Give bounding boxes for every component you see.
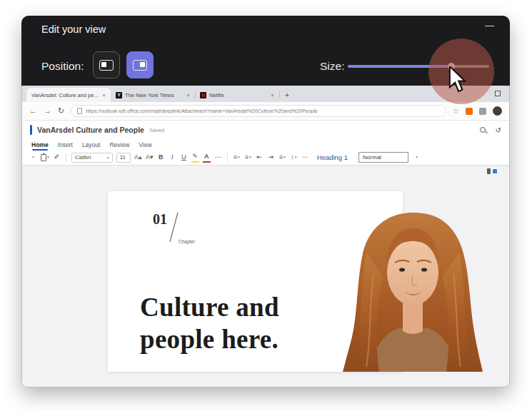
- heading-line-1: Culture and: [140, 291, 279, 323]
- browser-menu-icon[interactable]: [479, 108, 486, 115]
- outdent-button[interactable]: ⇤: [256, 152, 264, 163]
- numbered-list-button[interactable]: ≡▾: [233, 152, 241, 163]
- forward-icon[interactable]: →: [44, 107, 51, 115]
- ribbon-tabs: Home Insert Layout Review View: [22, 139, 509, 150]
- font-color-button[interactable]: A: [203, 152, 211, 163]
- woman-photo[interactable]: [323, 210, 503, 372]
- heading-line-2: people here.: [140, 323, 279, 355]
- font-name-value: Calibri: [75, 154, 91, 161]
- presence-indicator[interactable]: [487, 168, 498, 174]
- browser-addressbar: ← → ↻ https://outlook-sdf.office.com/mai…: [22, 102, 509, 121]
- new-tab-button[interactable]: +: [285, 91, 289, 99]
- collaborator-badge: [492, 168, 498, 174]
- chapter-number: 01: [153, 211, 167, 228]
- tab-view[interactable]: View: [139, 141, 151, 148]
- format-painter-button[interactable]: ✐: [53, 152, 61, 163]
- save-status: Saved: [149, 127, 164, 133]
- font-size-value: 11: [120, 154, 126, 161]
- shrink-font-button[interactable]: A▾: [146, 152, 154, 163]
- italic-button[interactable]: I: [169, 152, 176, 163]
- chapter-slash: [169, 213, 178, 243]
- position-left-icon: [99, 60, 114, 71]
- chapter-label: Chapter: [179, 239, 195, 244]
- tab-insert[interactable]: Insert: [58, 141, 73, 148]
- tab-title: VanArsdel: Culture and peo...: [31, 92, 99, 98]
- document-heading: Culture and people here.: [140, 291, 279, 355]
- tab-close-icon[interactable]: ×: [271, 92, 274, 98]
- font-size-select[interactable]: 11: [116, 153, 131, 163]
- paragraph-overflow-button[interactable]: ⋯: [301, 152, 309, 163]
- page-info-icon[interactable]: [77, 108, 82, 114]
- maximize-icon[interactable]: [495, 91, 501, 96]
- document-canvas: 01 Chapter Culture and people here.: [22, 166, 509, 387]
- style-gallery-chevron[interactable]: ▾: [413, 152, 421, 163]
- profile-avatar[interactable]: [493, 106, 502, 116]
- tab-close-icon[interactable]: ×: [102, 92, 106, 98]
- paste-button[interactable]: ▾: [41, 152, 49, 163]
- panel-title: Edit your view: [41, 24, 106, 35]
- netflix-favicon: N: [200, 92, 206, 98]
- position-right-icon: [133, 60, 147, 71]
- style-select[interactable]: Normal: [358, 152, 408, 163]
- collaborator-icon: [487, 168, 491, 174]
- bold-button[interactable]: B: [157, 152, 165, 163]
- minimize-button[interactable]: —: [485, 20, 494, 31]
- nyt-favicon: T: [116, 92, 122, 98]
- document-title[interactable]: VanArsdel Culture and People: [37, 126, 144, 134]
- highlight-button[interactable]: ✎: [191, 152, 199, 163]
- size-label: Size:: [320, 60, 344, 73]
- tab-review[interactable]: Review: [109, 141, 129, 148]
- clipboard-icon: [41, 154, 46, 161]
- url-text: https://outlook-sdf.office.com/mail/deep…: [86, 108, 440, 113]
- version-history-icon[interactable]: ↺: [496, 126, 501, 134]
- grow-font-button[interactable]: A▴: [134, 152, 142, 163]
- browser-window: VanArsdel: Culture and peo... × T The Ne…: [21, 86, 510, 387]
- tab-title: The New York Times: [125, 92, 184, 98]
- mouse-cursor: [448, 66, 470, 93]
- screen: Edit your view — Position: Size: VanArsd…: [0, 0, 532, 411]
- browser-tab-nyt[interactable]: T The New York Times ×: [111, 88, 195, 102]
- browser-tab-vanarsdel[interactable]: VanArsdel: Culture and peo... ×: [26, 88, 111, 102]
- bullet-list-button[interactable]: ≡▾: [244, 152, 252, 163]
- tab-home[interactable]: Home: [31, 141, 49, 148]
- line-spacing-button[interactable]: ↕▾: [290, 152, 298, 163]
- extension-icon[interactable]: [466, 108, 473, 115]
- position-left-button[interactable]: [93, 51, 120, 78]
- underline-button[interactable]: U: [180, 152, 188, 163]
- reload-icon[interactable]: ↻: [58, 107, 64, 115]
- tab-close-icon[interactable]: ×: [186, 92, 190, 98]
- back-icon[interactable]: ←: [29, 107, 37, 115]
- toolbar-overflow-button[interactable]: ⋯: [214, 152, 222, 163]
- ribbon-collapse-chevron[interactable]: ▾: [29, 152, 37, 163]
- align-button[interactable]: ≡▾: [278, 152, 286, 163]
- bookmark-star-icon[interactable]: ☆: [453, 107, 459, 115]
- position-right-button[interactable]: [126, 51, 154, 78]
- font-name-select[interactable]: Calibri▾: [71, 153, 113, 163]
- url-field[interactable]: https://outlook-sdf.office.com/mail/deep…: [71, 105, 446, 117]
- search-icon[interactable]: [480, 127, 486, 133]
- format-toolbar: ▾ ▾ ✐ Calibri▾ 11 A▴ A▾ B I U ✎ A ⋯ ≡▾ ≡…: [22, 150, 509, 166]
- word-header: VanArsdel Culture and People Saved ↺: [22, 121, 509, 139]
- browser-tab-netflix[interactable]: N Netflix ×: [195, 88, 279, 102]
- position-label: Position:: [41, 60, 84, 73]
- tab-layout[interactable]: Layout: [82, 141, 101, 148]
- word-logo-bar: [30, 125, 32, 135]
- chapter-block: 01 Chapter: [153, 211, 210, 250]
- tab-title: Netflix: [209, 92, 268, 98]
- indent-button[interactable]: ⇥: [267, 152, 275, 163]
- style-heading1-button[interactable]: Heading 1: [317, 153, 348, 161]
